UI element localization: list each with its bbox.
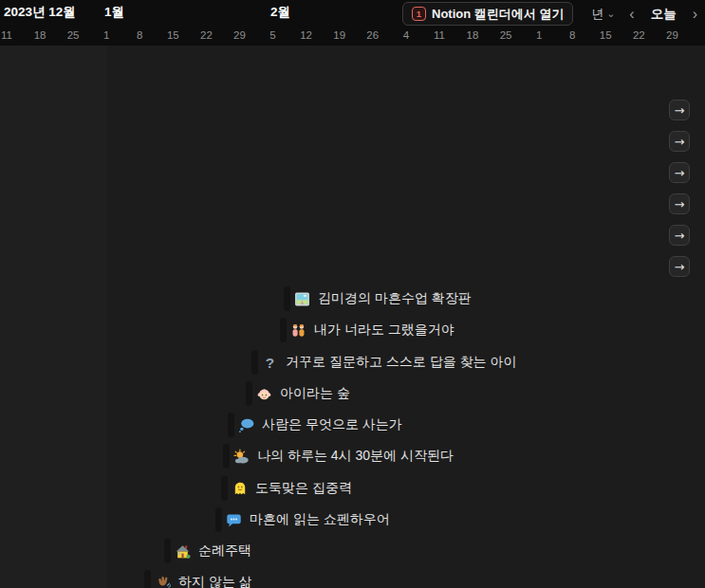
timeline-canvas: →→→→→→ 김미경의 마흔수업 확장판내가 너라도 그랬을거야?거꾸로 질문하… <box>0 46 705 588</box>
event-title: 하지 않는 삶 <box>178 574 252 588</box>
timeline-event-row[interactable]: 나의 하루는 4시 30분에 시작된다 <box>223 444 454 469</box>
svg-text:?: ? <box>266 355 274 371</box>
event-title: 도둑맞은 집중력 <box>255 480 352 497</box>
notion-timeline-app: 2023년 12월1월2월 11182518152229512192641118… <box>0 0 705 588</box>
event-title: 마흔에 읽는 쇼펜하우어 <box>250 511 390 528</box>
event-title: 순례주택 <box>198 542 251 560</box>
jump-to-event-button[interactable]: → <box>669 162 690 183</box>
arrow-right-icon: → <box>675 136 685 148</box>
jump-to-event-button[interactable]: → <box>669 193 690 214</box>
date-tick-label: 22 <box>633 29 645 41</box>
event-duration-bar[interactable] <box>284 286 290 311</box>
timeline-event-row[interactable]: 순례주택 <box>164 539 251 563</box>
chevron-left-icon: ‹ <box>629 6 634 22</box>
girl-emoji <box>256 386 272 402</box>
date-tick-label: 1 <box>536 29 542 41</box>
notion-calendar-icon-digit: 1 <box>417 9 421 19</box>
december-column-shading <box>0 46 107 588</box>
month-label: 2023년 12월 <box>4 4 76 21</box>
date-tick-label: 11 <box>1 29 12 41</box>
date-tick-label: 5 <box>269 29 275 41</box>
jump-to-event-button[interactable]: → <box>669 256 690 277</box>
waving-hand-emoji <box>155 575 171 588</box>
notion-calendar-icon: 1 <box>412 7 426 21</box>
today-button[interactable]: 오늘 <box>649 4 678 25</box>
date-tick-label: 12 <box>300 29 312 41</box>
month-label: 2월 <box>270 4 290 21</box>
date-tick-label: 4 <box>403 29 409 41</box>
event-title: 거꾸로 질문하고 스스로 답을 찾는 아이 <box>286 354 516 371</box>
header-nav-controls: 년 ⌄ ‹ 오늘 › <box>591 3 699 26</box>
framed-picture-emoji <box>294 291 310 307</box>
timeline-event-row[interactable]: 마흔에 읽는 쇼펜하우어 <box>215 507 390 532</box>
event-duration-bar[interactable] <box>280 318 287 342</box>
date-tick-label: 29 <box>666 29 678 41</box>
date-tick-label: 18 <box>34 29 46 41</box>
date-tick-label: 25 <box>500 29 512 41</box>
event-duration-bar[interactable] <box>215 507 222 532</box>
question-mark-emoji: ? <box>262 355 278 371</box>
date-tick-label: 15 <box>167 29 179 41</box>
prev-button[interactable]: ‹ <box>627 5 636 24</box>
thought-balloon-emoji <box>238 417 254 433</box>
speech-balloon-emoji <box>226 512 242 528</box>
date-tick-label: 11 <box>434 29 445 41</box>
open-in-notion-calendar-label: Notion 캘린더에서 열기 <box>432 6 564 23</box>
timeline-event-row[interactable]: 아이라는 숲 <box>246 381 350 406</box>
view-scale-dropdown[interactable]: 년 ⌄ <box>591 6 615 23</box>
jump-to-event-button[interactable]: → <box>669 100 690 120</box>
event-duration-bar[interactable] <box>164 539 171 563</box>
event-duration-bar[interactable] <box>144 570 151 588</box>
timeline-event-row[interactable]: 내가 너라도 그랬을거야 <box>280 318 455 342</box>
date-tick-label: 19 <box>333 29 345 41</box>
date-tick-label: 22 <box>200 29 213 41</box>
event-duration-bar[interactable] <box>228 413 234 437</box>
event-title: 나의 하루는 4시 30분에 시작된다 <box>257 448 454 465</box>
timeline-event-row[interactable]: ?거꾸로 질문하고 스스로 답을 찾는 아이 <box>251 350 516 375</box>
event-title: 내가 너라도 그랬을거야 <box>314 322 455 339</box>
date-tick-label: 18 <box>467 29 479 41</box>
event-duration-bar[interactable] <box>251 350 258 375</box>
arrow-right-icon: → <box>675 167 685 179</box>
house-emoji <box>175 543 191 560</box>
event-duration-bar[interactable] <box>221 476 228 501</box>
next-button[interactable]: › <box>691 5 699 24</box>
date-tick-label: 15 <box>600 29 612 41</box>
jump-to-event-button[interactable]: → <box>669 131 690 152</box>
date-tick-label: 25 <box>67 29 80 41</box>
timeline-event-row[interactable]: 사람은 무엇으로 사는가 <box>228 413 402 437</box>
arrow-right-icon: → <box>675 104 685 117</box>
arrow-right-icon: → <box>675 261 685 273</box>
view-scale-label: 년 <box>591 6 603 23</box>
jump-to-event-button[interactable]: → <box>669 225 690 246</box>
open-in-notion-calendar-button[interactable]: 1 Notion 캘린더에서 열기 <box>402 2 573 26</box>
timeline-event-row[interactable]: 김미경의 마흔수업 확장판 <box>284 286 472 311</box>
date-tick-label: 26 <box>366 29 379 41</box>
date-tick-label: 8 <box>137 29 142 41</box>
arrow-right-icon: → <box>675 230 685 242</box>
sun-behind-cloud-emoji <box>233 449 250 465</box>
event-duration-bar[interactable] <box>223 444 230 469</box>
arrow-right-icon: → <box>675 198 685 211</box>
event-title: 사람은 무엇으로 사는가 <box>262 416 402 433</box>
event-duration-bar[interactable] <box>246 381 252 406</box>
event-title: 김미경의 마흔수업 확장판 <box>318 290 472 307</box>
timeline-event-row[interactable]: 도둑맞은 집중력 <box>221 476 352 501</box>
month-label: 1월 <box>104 4 124 21</box>
event-title: 아이라는 숲 <box>280 385 350 402</box>
chevron-down-icon: ⌄ <box>606 9 615 19</box>
date-tick-label: 8 <box>569 29 575 41</box>
chevron-right-icon: › <box>693 6 697 22</box>
timeline-header: 2023년 12월1월2월 11182518152229512192641118… <box>0 0 705 46</box>
timeline-event-row[interactable]: 하지 않는 삶 <box>144 570 252 588</box>
couple-emoji <box>290 322 306 339</box>
date-tick-label: 1 <box>103 29 109 41</box>
ghost-emoji <box>232 481 248 497</box>
date-tick-label: 29 <box>233 29 246 41</box>
